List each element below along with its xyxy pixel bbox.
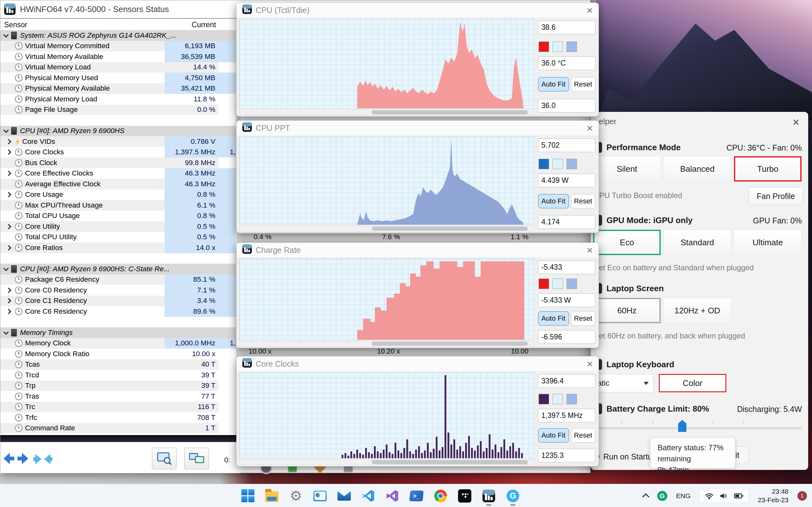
sensor-row[interactable]: Trcd39 T [0, 370, 236, 381]
keyboard-color-button[interactable]: Color [659, 374, 726, 392]
sensor-row[interactable]: Trp39 T [0, 381, 236, 391]
graph-window[interactable]: CPU PPT×5.7024.439 WAuto FitReset4.174 [236, 120, 599, 233]
reset-button[interactable]: Reset [571, 311, 595, 326]
collapse-columns-icon[interactable] [33, 452, 52, 466]
graph-hscrollbar[interactable] [239, 226, 534, 231]
chevron-right-icon[interactable] [6, 287, 11, 293]
chevron-down-icon[interactable] [3, 32, 9, 38]
series-color-swatch[interactable] [539, 394, 549, 404]
sensor-row[interactable]: Core VIDs0.786 V [0, 136, 236, 147]
grid-color-swatch[interactable] [566, 42, 577, 52]
auto-fit-button[interactable]: Auto Fit [538, 428, 569, 443]
powershell-icon[interactable]: >_ [410, 489, 423, 503]
close-icon[interactable]: × [793, 116, 799, 129]
sensor-row[interactable]: Max CPU/Thread Usage6.1 % [0, 200, 236, 211]
tidal-icon[interactable] [458, 489, 471, 503]
mode-balanced-button[interactable]: Balanced [664, 156, 731, 181]
settings-icon[interactable]: ⚙ [289, 489, 303, 503]
sensor-row[interactable]: Core C0 Residency7.1 % [0, 285, 236, 296]
scrollbar-thumb[interactable] [372, 342, 528, 346]
notification-badge[interactable]: 1 [798, 491, 807, 501]
hwinfo-taskbar-icon[interactable] [482, 489, 496, 503]
screen-60hz-button[interactable]: 60Hz [593, 298, 661, 323]
slider-thumb[interactable] [678, 420, 687, 432]
series-color-swatch[interactable] [539, 42, 549, 52]
system-tray-pill[interactable] [699, 489, 749, 503]
series-color-swatch[interactable] [539, 279, 549, 289]
graph-plot-area[interactable] [239, 372, 534, 458]
visual-studio-icon[interactable] [386, 489, 399, 503]
sensor-row[interactable]: Physical Memory Load11.8 % [0, 94, 236, 105]
fan-profile-button[interactable]: Fan Profile [749, 187, 803, 205]
tray-chevron-up-icon[interactable] [642, 493, 649, 500]
auto-fit-button[interactable]: Auto Fit [538, 311, 569, 326]
sensor-row[interactable]: Core C1 Residency3.4 % [0, 296, 236, 306]
language-indicator[interactable]: ENG [676, 492, 691, 500]
sensor-group-row[interactable]: CPU [#0]: AMD Ryzen 9 6900HS: C-State Re… [0, 264, 236, 274]
sensor-row[interactable]: Trc116 T [0, 402, 236, 412]
grid-color-swatch[interactable] [566, 394, 577, 404]
chevron-right-icon[interactable] [6, 308, 11, 314]
sensor-row[interactable]: Average Effective Clock46.3 MHz [0, 179, 236, 189]
graph-window[interactable]: Charge Rate×-5.433-5.433 WAuto FitReset-… [236, 242, 599, 348]
sensor-row[interactable]: Virtual Memory Load14.4 % [0, 62, 236, 73]
graph-hscrollbar[interactable] [239, 459, 534, 465]
graph-window[interactable]: CPU (Tctl/Tdie)×38.636.0 °CAuto FitReset… [236, 3, 599, 117]
chevron-right-icon[interactable] [6, 150, 11, 155]
sensor-settings-button[interactable] [152, 448, 177, 469]
sensor-row[interactable]: Core Usage0.8 % [0, 189, 236, 200]
sensor-group-row[interactable]: System: ASUS ROG Zephyrus G14 GA402RK_..… [0, 30, 236, 41]
grid-color-swatch[interactable] [566, 279, 577, 289]
close-icon[interactable]: × [587, 123, 593, 133]
screen-120hz-button[interactable]: 120Hz + OD [664, 298, 731, 323]
sensor-row[interactable]: Trfc708 T [0, 412, 236, 423]
sensor-row[interactable]: Total CPU Utility0.5 % [0, 232, 236, 243]
chevron-right-icon[interactable] [6, 192, 11, 198]
column-header-sensor[interactable]: Sensor [4, 20, 27, 29]
sensor-group-row[interactable]: Memory Timings [0, 327, 236, 338]
chevron-right-icon[interactable] [6, 171, 11, 176]
auto-fit-button[interactable]: Auto Fit [538, 77, 569, 92]
gpu-ultimate-button[interactable]: Ultimate [734, 230, 802, 255]
mode-silent-button[interactable]: Silent [593, 156, 661, 181]
series-color-swatch[interactable] [539, 159, 549, 169]
chrome-icon[interactable] [434, 489, 447, 503]
tray-clock[interactable]: 23:48 23-Feb-23 [758, 487, 789, 504]
reset-button[interactable]: Reset [571, 77, 595, 92]
sensor-row[interactable]: Bus Clock99.8 MHz [0, 158, 236, 168]
sensor-row[interactable]: Core C6 Residency89.6 % [0, 306, 236, 317]
graph-hscrollbar[interactable] [239, 110, 534, 115]
reset-button[interactable]: Reset [571, 194, 595, 209]
sensor-row[interactable]: Package C6 Residency85.1 % [0, 274, 236, 285]
sensor-row[interactable]: Core Utility0.5 % [0, 221, 236, 232]
control-panel-icon[interactable] [313, 489, 327, 503]
graph-plot-area[interactable] [239, 259, 534, 340]
sensor-row[interactable]: Tcas40 T [0, 359, 236, 370]
reset-button[interactable]: Reset [571, 428, 595, 443]
sensor-row[interactable]: Page File Usage0.0 % [0, 105, 236, 115]
scrollbar-thumb[interactable] [372, 227, 528, 231]
expand-columns-icon[interactable] [3, 450, 28, 467]
sensor-row[interactable]: Core Effective Clocks46.3 MHz [0, 168, 236, 179]
graph-titlebar[interactable]: Charge Rate× [237, 243, 599, 257]
battery-limit-slider[interactable] [593, 427, 802, 429]
chevron-down-icon[interactable] [3, 329, 9, 335]
grammarly-tray-icon[interactable]: G [657, 491, 667, 501]
remote-monitor-button[interactable] [184, 448, 209, 469]
sensor-row[interactable]: Core Clocks1,397.5 MHz1, [0, 147, 236, 158]
chevron-right-icon[interactable] [6, 245, 11, 250]
grid-color-swatch[interactable] [566, 159, 577, 169]
mode-turbo-button[interactable]: Turbo [734, 156, 802, 181]
sensor-row[interactable]: Virtual Memory Committed6,193 MB [0, 41, 236, 52]
sensor-row[interactable]: Memory Clock1,000.0 MHz1, [0, 338, 236, 349]
graph-plot-area[interactable] [239, 136, 534, 225]
mail-icon[interactable] [338, 489, 351, 503]
sensor-row[interactable]: Virtual Memory Available36,539 MB [0, 51, 236, 62]
sensor-row[interactable]: Physical Memory Available35,421 MB [0, 83, 236, 94]
graph-plot-area[interactable] [239, 19, 534, 109]
close-icon[interactable]: × [587, 245, 593, 256]
sensor-row[interactable]: Core Ratios14.0 x [0, 242, 236, 253]
background-color-swatch[interactable] [553, 159, 563, 169]
gpu-eco-button[interactable]: Eco [593, 230, 661, 255]
background-color-swatch[interactable] [553, 42, 563, 52]
